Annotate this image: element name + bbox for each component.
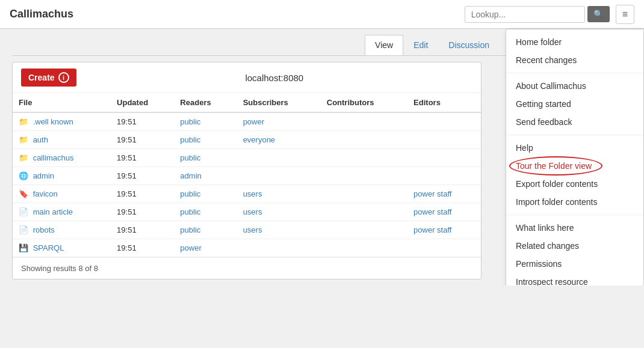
- readers-link[interactable]: admin: [180, 171, 201, 180]
- readers-link[interactable]: power: [180, 243, 201, 252]
- tab-edit[interactable]: Edit: [403, 35, 438, 55]
- cell-contributors: [321, 203, 407, 221]
- cell-updated: 19:51: [111, 167, 174, 185]
- cell-contributors: [321, 131, 407, 149]
- cell-editors: power staff: [407, 203, 481, 221]
- cell-contributors: [321, 149, 407, 167]
- folder-content: Create i localhost:8080 File Updated Rea…: [12, 62, 481, 279]
- create-label: Create: [28, 73, 55, 82]
- cell-updated: 19:51: [111, 185, 174, 203]
- subscribers-link[interactable]: users: [243, 225, 262, 234]
- readers-link[interactable]: public: [180, 225, 200, 234]
- menu-item-0-1[interactable]: Recent changes: [506, 51, 643, 69]
- menu-item-3-2[interactable]: Permissions: [506, 255, 643, 273]
- file-icon: 📁: [19, 153, 28, 162]
- cell-readers: public: [174, 221, 237, 239]
- cell-subscribers: [237, 239, 321, 257]
- menu-item-1-1[interactable]: Getting started: [506, 95, 643, 113]
- menu-item-2-2[interactable]: Export folder contents: [506, 175, 643, 193]
- cell-readers: public: [174, 131, 237, 149]
- folder-table: File Updated Readers Subscribers Contrib…: [13, 93, 481, 257]
- editors-link[interactable]: power staff: [413, 207, 451, 216]
- editors-link[interactable]: power staff: [413, 225, 451, 234]
- cell-subscribers: [237, 149, 321, 167]
- menu-item-3-3[interactable]: Introspect resource: [506, 273, 643, 285]
- tab-view[interactable]: View: [365, 35, 403, 55]
- cell-file: 📁 .well known: [13, 112, 111, 131]
- table-row: 🔖 favicon 19:51 public users power staff: [13, 185, 481, 203]
- file-icon: 🔖: [19, 189, 28, 198]
- subscribers-link[interactable]: power: [243, 117, 264, 126]
- file-link[interactable]: SPARQL: [33, 243, 64, 252]
- cell-editors: [407, 149, 481, 167]
- cell-file: 🔖 favicon: [13, 185, 111, 203]
- header: Callimachus 🔍 ≡: [0, 0, 644, 29]
- col-file: File: [13, 93, 111, 112]
- menu-section-1: About CallimachusGetting startedSend fee…: [506, 73, 643, 135]
- menu-item-2-0[interactable]: Help: [506, 139, 643, 157]
- cell-contributors: [321, 167, 407, 185]
- file-link[interactable]: .well known: [33, 117, 73, 126]
- col-contributors: Contributors: [321, 93, 407, 112]
- cell-file: 📁 auth: [13, 131, 111, 149]
- file-link[interactable]: auth: [33, 135, 48, 144]
- cell-updated: 19:51: [111, 221, 174, 239]
- menu-item-1-0[interactable]: About Callimachus: [506, 77, 643, 95]
- readers-link[interactable]: public: [180, 117, 200, 126]
- menu-item-1-2[interactable]: Send feedback: [506, 113, 643, 131]
- table-row: 📁 auth 19:51 public everyone: [13, 131, 481, 149]
- file-link[interactable]: robots: [33, 225, 55, 234]
- cell-readers: power: [174, 239, 237, 257]
- cell-contributors: [321, 239, 407, 257]
- menu-button[interactable]: ≡: [616, 5, 634, 24]
- cell-file: 📄 main article: [13, 203, 111, 221]
- menu-item-0-0[interactable]: Home folder: [506, 33, 643, 51]
- tour-label: Tour the Folder view: [516, 161, 592, 171]
- cell-updated: 19:51: [111, 239, 174, 257]
- folder-server: localhost:8080: [76, 73, 472, 83]
- create-button[interactable]: Create i: [21, 69, 76, 87]
- readers-link[interactable]: public: [180, 207, 200, 216]
- file-icon: 📁: [19, 117, 28, 126]
- menu-item-2-1[interactable]: Tour the Folder view Tour the Folder vie…: [506, 157, 643, 175]
- cell-editors: power staff: [407, 185, 481, 203]
- cell-subscribers: users: [237, 221, 321, 239]
- col-subscribers: Subscribers: [237, 93, 321, 112]
- file-link[interactable]: main article: [33, 207, 73, 216]
- table-row: 🌐 admin 19:51 admin: [13, 167, 481, 185]
- search-input[interactable]: [465, 6, 585, 23]
- subscribers-link[interactable]: everyone: [243, 135, 275, 144]
- readers-link[interactable]: public: [180, 135, 200, 144]
- menu-item-3-0[interactable]: What links here: [506, 219, 643, 237]
- cell-subscribers: users: [237, 203, 321, 221]
- cell-subscribers: power: [237, 112, 321, 131]
- menu-section-3: What links hereRelated changesPermission…: [506, 215, 643, 285]
- editors-link[interactable]: power staff: [413, 189, 451, 198]
- tab-discussion[interactable]: Discussion: [438, 35, 500, 55]
- menu-item-3-1[interactable]: Related changes: [506, 237, 643, 255]
- cell-readers: public: [174, 112, 237, 131]
- file-icon: 📁: [19, 135, 28, 144]
- table-header-row: File Updated Readers Subscribers Contrib…: [13, 93, 481, 112]
- showing-results: Showing results 8 of 8: [13, 257, 481, 279]
- subscribers-link[interactable]: users: [243, 189, 262, 198]
- file-link[interactable]: callimachus: [33, 153, 74, 162]
- cell-subscribers: [237, 167, 321, 185]
- dropdown-menu: Home folderRecent changesAbout Callimach…: [506, 29, 644, 285]
- col-editors: Editors: [407, 93, 481, 112]
- cell-subscribers: everyone: [237, 131, 321, 149]
- main-area: View Edit Discussion Create i localhost:…: [0, 29, 644, 285]
- folder-header: Create i localhost:8080: [13, 63, 481, 93]
- search-button[interactable]: 🔍: [587, 6, 610, 22]
- col-updated: Updated: [111, 93, 174, 112]
- table-row: 📁 .well known 19:51 public power: [13, 112, 481, 131]
- file-link[interactable]: admin: [33, 171, 54, 180]
- file-link[interactable]: favicon: [33, 189, 58, 198]
- cell-editors: [407, 112, 481, 131]
- readers-link[interactable]: public: [180, 189, 200, 198]
- cell-readers: public: [174, 149, 237, 167]
- readers-link[interactable]: public: [180, 153, 200, 162]
- subscribers-link[interactable]: users: [243, 207, 262, 216]
- table-row: 💾 SPARQL 19:51 power: [13, 239, 481, 257]
- menu-item-2-3[interactable]: Import folder contents: [506, 193, 643, 211]
